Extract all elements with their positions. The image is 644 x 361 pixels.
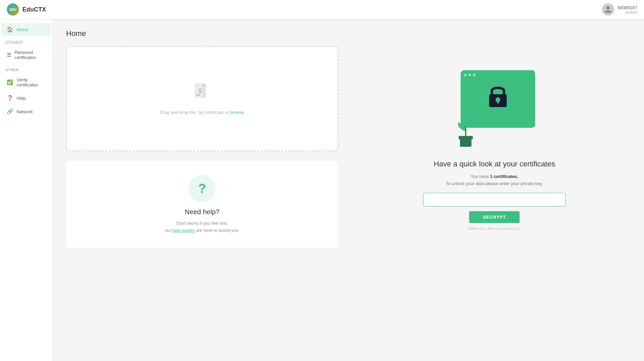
other-section-label: OTHER [0, 64, 52, 73]
layout: 🏠 Home STUDENT ☰ Received certificates O… [0, 19, 644, 361]
logo-icon: EDU [7, 3, 19, 16]
browse-link[interactable]: browse [230, 110, 244, 115]
user-details: 69380187 student [618, 5, 637, 14]
plant-icon [450, 113, 481, 152]
sidebar-item-verify-label: Verify certificates [17, 77, 45, 87]
header: EDU EduCTX 69380187 student [0, 0, 644, 19]
check-circle-icon: ✅ [7, 79, 13, 85]
zip-file-icon: ZIP [192, 83, 212, 103]
help-description: Don't worry if you feel lost, our help g… [165, 220, 239, 234]
page-title: Home [66, 29, 630, 38]
list-icon: ☰ [7, 52, 11, 58]
sidebar-item-home-label: Home [17, 27, 28, 32]
dropzone[interactable]: ZIP Drag and drop the .zip certificate o… [66, 46, 338, 151]
help-icon-circle: ? [188, 175, 216, 202]
monitor-dots [464, 74, 476, 76]
sidebar-item-received-certs-label: Received certificates [15, 50, 45, 60]
svg-rect-3 [199, 91, 202, 92]
help-circle-icon: ❓ [7, 95, 13, 101]
sidebar-item-received-certificates[interactable]: ☰ Received certificates [1, 46, 51, 63]
logo-text: EduCTX [22, 6, 46, 13]
dropzone-text: Drag and drop the .zip certificate or br… [160, 110, 244, 115]
dot-3 [473, 74, 476, 76]
help-card: ? Need help? Don't worry if you feel los… [66, 161, 338, 248]
user-icon [604, 5, 612, 14]
sidebar: 🏠 Home STUDENT ☰ Received certificates O… [0, 19, 53, 361]
svg-rect-9 [459, 136, 473, 139]
right-column: Have a quick look at your certificates Y… [348, 46, 631, 248]
user-id: 69380187 [618, 5, 637, 10]
avatar [602, 3, 614, 16]
svg-text:ZIP: ZIP [196, 94, 200, 97]
lock-icon [484, 82, 511, 111]
certificates-heading: Have a quick look at your certificates [434, 160, 555, 168]
sidebar-item-verify-certificates[interactable]: ✅ Verify certificates [1, 74, 51, 91]
user-role: student [618, 10, 637, 14]
sidebar-item-network-label: Network [17, 109, 33, 114]
cert-count: 1 certificates. [490, 174, 518, 179]
certificates-subtext: You have 1 certificates. To unlock your … [446, 173, 543, 187]
user-info: 69380187 student [602, 3, 637, 16]
private-key-input[interactable] [423, 193, 566, 206]
dot-1 [464, 74, 467, 76]
logo: EDU EduCTX [7, 3, 46, 16]
left-column: ZIP Drag and drop the .zip certificate o… [66, 46, 348, 248]
svg-rect-7 [497, 100, 499, 103]
sidebar-item-network[interactable]: 🔗 Network [1, 105, 51, 118]
help-guides-link[interactable]: help guides [172, 228, 195, 233]
home-icon: 🏠 [7, 26, 13, 33]
sidebar-item-home[interactable]: 🏠 Home [1, 23, 51, 36]
dot-2 [468, 74, 471, 76]
main-content: Home ZIP [53, 19, 644, 361]
svg-rect-2 [199, 88, 202, 90]
decrypt-button[interactable]: DECRYPT [469, 211, 520, 223]
student-section-label: STUDENT [0, 37, 52, 46]
sidebar-item-help[interactable]: ❓ Help [1, 92, 51, 104]
question-mark-icon: ? [198, 181, 206, 196]
sidebar-item-help-label: Help [17, 96, 26, 101]
network-icon: 🔗 [7, 108, 13, 115]
content-grid: ZIP Drag and drop the .zip certificate o… [66, 46, 630, 248]
private-key-help-text: Where do I find my private key? [468, 226, 521, 230]
cert-illustration [440, 63, 549, 152]
help-title: Need help? [185, 208, 219, 216]
